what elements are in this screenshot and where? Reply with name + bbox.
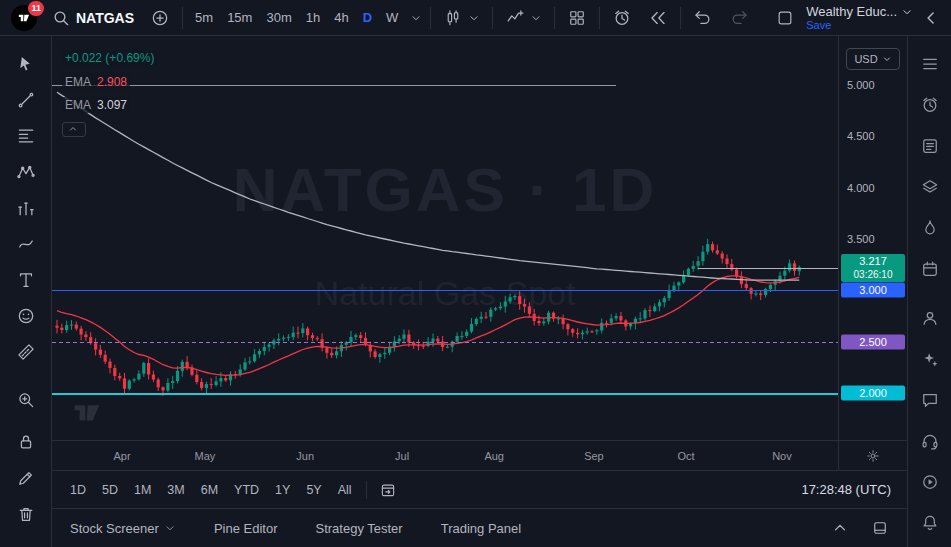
toolbar-separator (554, 7, 555, 29)
month-label-Sep: Sep (584, 450, 604, 462)
news-button[interactable] (913, 131, 947, 161)
pattern-tool[interactable] (7, 157, 45, 187)
create-alert-button[interactable] (605, 4, 639, 32)
chevron-up-icon (68, 124, 80, 136)
range-1D[interactable]: 1D (62, 477, 94, 503)
symbol-search-button[interactable]: NATGAS (44, 4, 141, 32)
layout-name-button[interactable]: Wealthy Educ... (804, 4, 915, 19)
maximize-panel-button[interactable] (867, 515, 893, 541)
tour-button[interactable] (913, 467, 947, 497)
object-tree-button[interactable] (913, 172, 947, 202)
range-5Y[interactable]: 5Y (298, 477, 329, 503)
ai-assistant-button[interactable] (913, 344, 947, 374)
alerts-button[interactable] (913, 90, 947, 120)
timeframe-30m[interactable]: 30m (259, 5, 298, 31)
price-axis[interactable]: USD 5.0004.5004.0003.5003.21703:26:103.0… (838, 36, 907, 440)
notifications-button[interactable] (913, 508, 947, 538)
zoom-tool[interactable] (7, 385, 45, 415)
price-label-3.500: 3.500 (847, 233, 875, 245)
redo-button[interactable] (722, 4, 756, 32)
emoji-icon (16, 306, 36, 326)
grid-layout-icon (567, 8, 587, 28)
indicators-button[interactable] (498, 4, 549, 32)
timeframe-15m[interactable]: 15m (220, 5, 259, 31)
hotlists-button[interactable] (913, 213, 947, 243)
chart-legend: +0.022 (+0.69%) EMA 2.908 EMA 3.097 (62, 50, 157, 137)
layout-templates-button[interactable] (560, 4, 594, 32)
open-panel-button[interactable] (827, 515, 853, 541)
chart-style-button[interactable] (436, 4, 487, 32)
ema-legend-slow[interactable]: EMA 3.097 (62, 97, 130, 113)
ema-fast-label: EMA (65, 75, 91, 89)
calendar-button[interactable] (913, 254, 947, 284)
ema-legend-fast[interactable]: EMA 2.908 (62, 74, 130, 90)
timeframe-1h[interactable]: 1h (299, 5, 327, 31)
chat-icon (920, 390, 940, 410)
range-YTD[interactable]: YTD (226, 477, 267, 503)
tab-stock-screener[interactable]: Stock Screener (70, 521, 176, 536)
edit-icon (16, 468, 36, 488)
month-label-Nov: Nov (772, 450, 792, 462)
price-badge-3.217: 3.21703:26:10 (841, 254, 905, 282)
forecast-tool[interactable] (7, 193, 45, 223)
brush-tool[interactable] (7, 229, 45, 259)
undo-button[interactable] (686, 4, 720, 32)
lock-drawings-button[interactable] (7, 427, 45, 457)
ema-fast-value: 2.908 (97, 75, 127, 89)
cursor-icon (16, 54, 36, 74)
ema-slow-value: 3.097 (97, 98, 127, 112)
timezone-clock[interactable]: 17:28:48 (UTC) (797, 482, 895, 497)
tradingview-logo[interactable]: 11 (8, 3, 40, 33)
chart-canvas[interactable]: NATGAS · 1D Natural Gas Spot +0.022 (+0.… (52, 36, 838, 440)
range-6M[interactable]: 6M (193, 477, 226, 503)
legend-collapse-button[interactable] (62, 122, 86, 137)
single-chart-icon (775, 8, 795, 28)
play-circle-icon (920, 472, 940, 492)
calendar-icon (920, 259, 940, 279)
range-1M[interactable]: 1M (126, 477, 159, 503)
price-label-5.000: 5.000 (847, 79, 875, 91)
tab-pine-editor[interactable]: Pine Editor (214, 521, 278, 536)
go-to-date-button[interactable] (373, 477, 403, 503)
watchlist-button[interactable] (913, 49, 947, 79)
save-button[interactable]: Save (804, 19, 833, 31)
edit-drawings-button[interactable] (7, 463, 45, 493)
measure-tool[interactable] (7, 337, 45, 367)
trend-line-tool[interactable] (7, 85, 45, 115)
timeframe-5m[interactable]: 5m (188, 5, 220, 31)
news-icon (920, 136, 940, 156)
timeframe-D[interactable]: D (356, 5, 379, 31)
time-axis[interactable]: AprMayJunJulAugSepOctNov (52, 441, 838, 470)
topbar-right-group: Wealthy Educ... Save (768, 1, 945, 35)
help-button[interactable] (913, 426, 947, 456)
price-badge-3.000: 3.000 (841, 283, 905, 298)
fib-retracement-tool[interactable] (7, 121, 45, 151)
timeframe-4h[interactable]: 4h (327, 5, 355, 31)
emoji-tool[interactable] (7, 301, 45, 331)
text-tool[interactable] (7, 265, 45, 295)
remove-drawings-button[interactable] (7, 499, 45, 529)
collapse-panel-button[interactable] (917, 4, 945, 32)
zoom-icon (16, 390, 36, 410)
compare-add-symbol-button[interactable] (143, 4, 177, 32)
chart-settings-button[interactable] (859, 444, 887, 468)
timeframe-W[interactable]: W (379, 5, 405, 31)
tab-label: Pine Editor (214, 521, 278, 536)
currency-dropdown[interactable]: USD (846, 48, 900, 70)
cursor-tool[interactable] (7, 49, 45, 79)
tab-trading-panel[interactable]: Trading Panel (441, 521, 521, 536)
chat-button[interactable] (913, 385, 947, 415)
range-1Y[interactable]: 1Y (267, 477, 298, 503)
trend-line-icon (16, 90, 36, 110)
range-5D[interactable]: 5D (94, 477, 126, 503)
bar-replay-button[interactable] (641, 4, 675, 32)
bell-icon (920, 513, 940, 533)
range-3M[interactable]: 3M (159, 477, 192, 503)
ruler-icon (16, 342, 36, 362)
plus-circle-icon (150, 8, 170, 28)
range-All[interactable]: All (330, 477, 360, 503)
multichart-layout-button[interactable] (768, 4, 802, 32)
timeframe-dropdown-button[interactable] (407, 4, 425, 32)
ideas-button[interactable] (913, 303, 947, 333)
tab-strategy-tester[interactable]: Strategy Tester (315, 521, 402, 536)
